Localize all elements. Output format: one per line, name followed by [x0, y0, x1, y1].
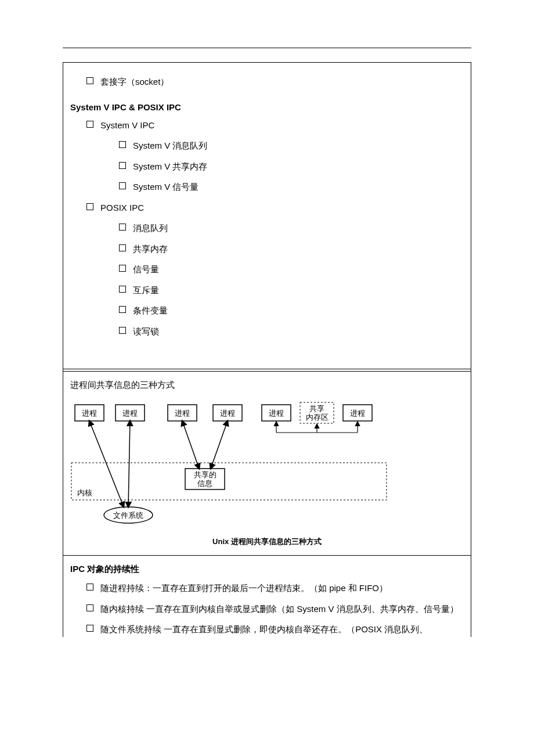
checkbox-icon [119, 141, 126, 148]
list-item: 条件变量 [119, 303, 464, 318]
proc-boxes: 进程 进程 进程 进程 进程 共享 内存区 进程 [75, 402, 372, 423]
checkbox-icon [119, 265, 126, 272]
diagram-caption: Unix 进程间共享信息的三种方式 [70, 537, 464, 547]
checkbox-icon [86, 77, 93, 84]
list-item: 套接字（socket） [86, 74, 464, 89]
checkbox-icon [86, 604, 93, 611]
proc-label: 进程 [82, 409, 97, 417]
list-item: POSIX IPC [86, 200, 464, 215]
item-text: 信号量 [133, 262, 159, 277]
list-item: 读写锁 [119, 324, 464, 339]
item-text: System V IPC [100, 118, 154, 133]
sharing-diagram: 进程 进程 进程 进程 进程 共享 内存区 进程 内核 共享的 [70, 399, 395, 532]
item-text: 随内核持续 一直存在直到内核自举或显式删除（如 System V 消息队列、共享… [100, 602, 459, 617]
item-text: 读写锁 [133, 324, 159, 339]
list-item: System V IPC [86, 118, 464, 133]
checkbox-icon [119, 286, 126, 293]
cell-title: 进程间共享信息的三种方式 [70, 380, 464, 391]
checkbox-icon [86, 584, 93, 591]
item-text: System V 共享内存 [133, 159, 207, 174]
checkbox-icon [86, 121, 93, 128]
list-item: 随进程持续：一直存在直到打开的最后一个进程结束。（如 pipe 和 FIFO） [86, 581, 464, 596]
svg-line-10 [89, 421, 124, 507]
checkbox-icon [86, 203, 93, 210]
svg-line-11 [128, 421, 130, 507]
item-text: 互斥量 [133, 283, 159, 298]
svg-line-12 [182, 421, 199, 469]
checkbox-icon [119, 327, 126, 334]
list-item: 消息队列 [119, 221, 464, 236]
proc-label: 进程 [220, 409, 235, 417]
cell-title: IPC 对象的持续性 [70, 564, 464, 575]
cell-ipc-types: 套接字（socket） System V IPC & POSIX IPC Sys… [63, 63, 471, 369]
cell-persistence: IPC 对象的持续性 随进程持续：一直存在直到打开的最后一个进程结束。（如 pi… [63, 556, 471, 637]
item-text: System V 消息队列 [133, 138, 207, 153]
shared-info-label: 信息 [197, 479, 212, 488]
kernel-label: 内核 [77, 488, 92, 497]
proc-label: 进程 [175, 409, 190, 417]
checkbox-icon [86, 625, 93, 632]
item-text: 随进程持续：一直存在直到打开的最后一个进程结束。（如 pipe 和 FIFO） [100, 581, 388, 596]
checkbox-icon [119, 244, 126, 251]
shm-label: 共享 [309, 404, 324, 413]
content-table: 套接字（socket） System V IPC & POSIX IPC Sys… [63, 62, 471, 637]
proc-label: 进程 [122, 409, 138, 417]
item-text: 随文件系统持续 一直存在直到显式删除，即使内核自举还存在。（POSIX 消息队列… [100, 622, 428, 637]
svg-line-13 [211, 421, 228, 469]
item-text: 条件变量 [133, 303, 168, 318]
list-item: 共享内存 [119, 242, 464, 257]
list-item: 随内核持续 一直存在直到内核自举或显式删除（如 System V 消息队列、共享… [86, 602, 464, 617]
cell-diagram: 进程间共享信息的三种方式 进程 进程 进程 进程 [63, 372, 471, 556]
header-rule [63, 48, 471, 48]
list-item: System V 共享内存 [119, 159, 464, 174]
list-item: System V 消息队列 [119, 138, 464, 153]
item-text: 套接字（socket） [100, 74, 169, 89]
item-text: 共享内存 [133, 242, 168, 257]
list-item: 信号量 [119, 262, 464, 277]
fs-label: 文件系统 [113, 511, 143, 520]
shared-info-label: 共享的 [194, 470, 217, 479]
item-text: System V 信号量 [133, 179, 199, 195]
proc-label: 进程 [350, 409, 365, 417]
item-text: POSIX IPC [100, 200, 144, 215]
shm-label: 内存区 [306, 413, 329, 422]
list-item: 互斥量 [119, 283, 464, 298]
list-item: 随文件系统持续 一直存在直到显式删除，即使内核自举还存在。（POSIX 消息队列… [86, 622, 464, 637]
item-text: 消息队列 [133, 221, 168, 236]
list-item: System V 信号量 [119, 179, 464, 195]
checkbox-icon [119, 224, 126, 231]
section-heading: System V IPC & POSIX IPC [70, 102, 464, 112]
checkbox-icon [119, 162, 126, 169]
proc-label: 进程 [269, 409, 284, 417]
checkbox-icon [119, 306, 126, 313]
checkbox-icon [119, 182, 126, 189]
